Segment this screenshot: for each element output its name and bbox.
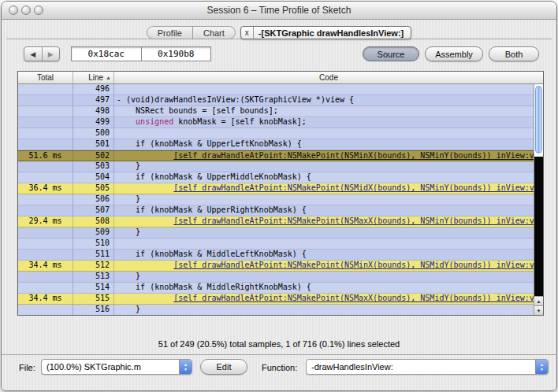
line-number-cell: 506 [73,194,114,205]
code-cell: } [114,227,543,238]
scroll-up-icon: ▲ [537,299,541,304]
code-cell: } [114,161,543,172]
total-cell [18,95,73,105]
line-number-cell: 508 [73,216,114,227]
code-cell: unsigned knobMask = [self knobMask]; [114,117,543,128]
table-row[interactable]: 501 if (knobMask & UpperLeftKnobMask) { [18,139,543,150]
total-cell [18,106,73,116]
total-cell [18,250,73,260]
table-row[interactable]: 506 } [18,194,543,205]
sort-ascending-icon: ▲ [106,75,111,80]
forward-button[interactable]: ▶ [42,47,60,61]
table-row[interactable]: 496 [18,84,543,95]
table-row[interactable]: 509 } [18,227,543,239]
total-cell [18,227,73,238]
footer-divider [2,354,556,355]
scrollbar-track-dark[interactable] [534,157,543,297]
edit-button[interactable]: Edit [200,359,247,375]
table-row[interactable]: 514 if (knobMask & MiddleRightKnobMask) … [18,283,543,294]
table-row[interactable]: 36.4 ms505 [self drawHandleAtPoint:NSMak… [18,183,543,194]
function-popup-value: -drawHandlesInView: [307,362,535,372]
table-row[interactable]: 516 } [18,305,543,315]
address-end-field[interactable]: 0x190b8 [141,47,211,61]
code-cell: [self drawHandleAtPoint:NSMakePoint(NSMa… [114,294,543,304]
line-number-cell: 504 [73,172,114,183]
popup-arrows-icon: ▲ ▼ [179,360,192,374]
scrollbar-thumb[interactable] [535,86,542,153]
popup-up-icon: ▲ [540,363,544,367]
scroll-down-button[interactable]: ▼ [534,305,543,315]
code-cell [114,84,543,94]
tab-bar: Profile Chart x -[SKTGraphic drawHandles… [2,26,556,39]
total-cell [18,239,73,249]
code-cell: if (knobMask & MiddleRightKnobMask) { [114,283,543,293]
function-label: Function: [262,363,297,372]
line-number-cell: 501 [73,139,114,150]
code-cell: } [114,305,543,315]
table-row[interactable]: 513 } [18,272,543,283]
total-cell [18,139,73,150]
code-cell: NSRect bounds = [self bounds]; [114,106,543,116]
table-row[interactable]: 510 [18,239,543,250]
total-cell: 29.4 ms [18,216,73,227]
total-cell: 36.4 ms [18,183,73,194]
code-cell: } [114,194,543,205]
back-button[interactable]: ◀ [24,47,42,61]
code-table-body: 496497- (void)drawHandlesInView:(SKTGrap… [18,84,543,315]
table-row[interactable]: 34.4 ms515 [self drawHandleAtPoint:NSMak… [18,294,543,305]
line-number-cell: 510 [73,239,114,249]
table-header: Total Line ▲ Code [18,72,543,84]
total-cell [18,128,73,139]
source-button[interactable]: Source [363,46,419,61]
history-segmented-control: ◀ ▶ [24,46,60,61]
vertical-scrollbar[interactable]: ▲ ▼ [534,84,543,315]
line-number-cell: 497 [73,95,114,105]
table-row[interactable]: 499 unsigned knobMask = [self knobMask]; [18,117,543,128]
column-header-total[interactable]: Total [18,72,73,83]
table-row[interactable]: 497- (void)drawHandlesInView:(SKTGraphic… [18,95,543,106]
line-number-cell: 512 [73,261,114,271]
scroll-down-icon: ▼ [537,309,541,313]
title-bar[interactable]: Session 6 – Time Profile of Sketch [2,2,556,20]
column-header-code[interactable]: Code [114,72,543,83]
forward-icon: ▶ [48,50,54,58]
total-cell: 34.4 ms [18,294,73,304]
code-cell: } [114,272,543,282]
table-row[interactable]: 511 if (knobMask & MiddleLeftKnobMask) { [18,250,543,261]
table-row[interactable]: 507 if (knobMask & UpperRightKnobMask) { [18,205,543,216]
tab-profile[interactable]: Profile [147,27,192,39]
code-cell: [self drawHandleAtPoint:NSMakePoint(NSMa… [114,216,543,227]
tab-group: Profile Chart [147,26,236,39]
total-cell [18,305,73,315]
table-row[interactable]: 29.4 ms508 [self drawHandleAtPoint:NSMak… [18,216,543,227]
line-number-cell: 502 [73,151,114,161]
table-row[interactable]: 500 [18,128,543,139]
line-number-cell: 515 [73,294,114,304]
function-popup[interactable]: -drawHandlesInView: ▲ ▼ [306,359,549,375]
table-row[interactable]: 498 NSRect bounds = [self bounds]; [18,106,543,117]
status-text: 51 of 249 (20.5%) total samples, 1 of 71… [2,339,556,349]
code-cell: if (knobMask & MiddleLeftKnobMask) { [114,250,543,260]
tab-close-icon[interactable]: x [241,27,254,39]
address-start-field[interactable]: 0x18cac [72,47,141,61]
code-cell: if (knobMask & UpperMiddleKnobMask) { [114,172,543,183]
assembly-button[interactable]: Assembly [425,46,483,61]
tab-active-browser[interactable]: x -[SKTGraphic drawHandlesInView:] [240,26,411,39]
line-number-cell: 499 [73,117,114,128]
back-icon: ◀ [30,50,35,58]
line-number-cell: 500 [73,128,114,139]
table-row[interactable]: 51.6 ms502 [self drawHandleAtPoint:NSMak… [18,150,543,161]
scroll-up-button[interactable]: ▲ [534,296,543,305]
table-row[interactable]: 503 } [18,161,543,172]
tab-chart[interactable]: Chart [192,27,235,39]
both-button[interactable]: Both [489,46,539,61]
column-header-line[interactable]: Line ▲ [73,72,114,83]
table-row[interactable]: 34.4 ms512 [self drawHandleAtPoint:NSMak… [18,261,543,272]
total-cell [18,272,73,282]
total-cell [18,117,73,128]
code-cell [114,128,543,139]
file-popup[interactable]: (100.0%) SKTGraphic.m ▲ ▼ [41,359,192,375]
table-row[interactable]: 504 if (knobMask & UpperMiddleKnobMask) … [18,172,543,183]
total-cell [18,84,73,94]
code-table: Total Line ▲ Code 496497- (void)drawHand… [17,71,544,316]
